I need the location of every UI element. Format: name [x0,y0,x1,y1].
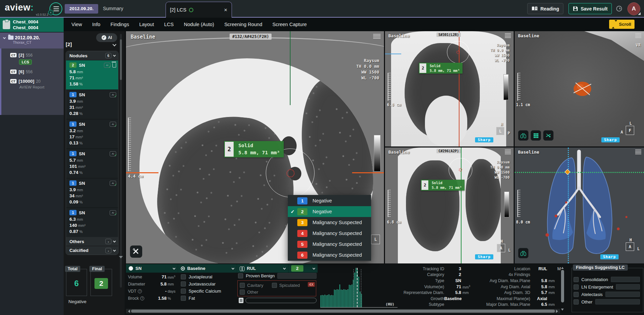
tab-lcs-active[interactable]: [2] LCS ✕ [166,2,232,18]
dropdown-item-4[interactable]: 4Malignancy Suspected [288,228,371,239]
scroll-button[interactable]: Scroll [609,20,635,29]
nodule-card-1[interactable]: 2SNAI✓5.8mm71mm³1.58% [66,60,118,90]
nodule-card-4[interactable]: 1SNAI✓5.7mm101mm³0.74% [66,149,118,178]
dropdown-item-1[interactable]: 1Negative [288,195,371,206]
nodule-card-2[interactable]: 1SNAI✓3.9mm31mm³0.28% [66,90,118,119]
scroll-right-arrow-icon[interactable] [556,310,560,313]
consolidation-checkbox[interactable] [574,277,579,282]
histogram-bar [339,284,340,307]
clip-plane-button[interactable] [543,130,554,141]
viewer-menu-icon[interactable] [505,33,511,38]
juxtavascular-checkbox[interactable] [181,281,186,287]
viewer-menu-icon[interactable] [373,34,381,39]
worklist-icon[interactable]: ‹ [49,2,62,15]
category-dropdown-trigger[interactable]: 2 [288,264,318,273]
nodule-diameter: 5.8mm [69,69,116,75]
viewer-menu-icon[interactable] [635,150,641,154]
menu-item-screen-capture[interactable]: Screen Capture [272,22,307,27]
nodule-card-5[interactable]: 1SNAI✓3.9mm34mm³0.09% [66,178,118,208]
save-icon [573,6,578,11]
location-dropdown[interactable]: RUL [237,264,288,273]
nodule-annotation[interactable]: 2 Solid5.8 mm, 71 mm³ [421,180,465,191]
tab-study-date[interactable]: 2012.09.20. [65,4,98,14]
viewer-vr[interactable]: Baseline VR 1.1 cm L F A Sharp [515,31,644,146]
nodule-card-6[interactable]: 1SNAI✓6.3mm140mm³0.87% [66,208,118,237]
timepoint-dropdown[interactable]: Baseline [178,264,237,273]
ai-toggle-button[interactable]: ✓ AI [96,33,117,42]
viewer-menu-icon[interactable] [505,150,511,154]
menu-item-nodule-auto[interactable]: Nodule (Auto) [184,22,214,27]
series-item-6[interactable]: CT[6]556 [10,69,64,74]
menu-item-view[interactable]: View [71,22,82,27]
fat-checkbox[interactable] [181,296,186,301]
dropdown-item-3[interactable]: 3Malignancy Suspected [288,217,371,228]
section-others[interactable]: Others - [66,237,118,246]
menu-item-info[interactable]: Info [92,22,100,27]
consolidation-input[interactable] [611,277,640,282]
lungs-view-button[interactable] [518,130,529,141]
nodule-annotation[interactable]: 2 Solid5.8 mm, 71 mm³ [419,63,463,74]
patient-header[interactable]: Chest_0004Chest_0004 [0,18,64,32]
cavitary-checkbox[interactable] [240,283,245,288]
menu-item-findings[interactable]: Findings [110,22,129,27]
sharp-badge[interactable]: Sharp [475,137,493,142]
menu-item-screening-round[interactable]: Screening Round [224,22,262,27]
dropdown-item-5[interactable]: 5Malignancy Suspected [288,239,371,250]
proven-benign-checkbox[interactable] [238,273,243,278]
type-dropdown[interactable]: SN [126,264,178,273]
spiculated-checkbox[interactable] [272,283,277,288]
dropdown-item-6[interactable]: 6Malignancy Suspected [288,250,371,260]
nodule-annotation[interactable]: 2 Solid5.8 mm, 71 mm³ [224,141,284,157]
menu-item-layout[interactable]: Layout [139,22,154,27]
study-row[interactable]: 2012.09.20. Thorax_CT [0,33,64,48]
other-checkbox[interactable] [574,299,579,304]
atelectasis-checkbox[interactable] [574,292,579,297]
tracking-scrollbar[interactable] [560,265,565,313]
grayscale-bar[interactable] [374,135,381,172]
juxtapleural-checkbox[interactable] [181,274,186,279]
horizontal-scrollbar[interactable] [126,309,560,313]
dropdown-item-2[interactable]: ✓2Negative [288,206,371,217]
series-selector[interactable]: [2] [66,41,119,47]
viewer-coronal[interactable]: Baseline C#296(A2P) RaysumTH 0.0 mmWW 15… [385,147,514,263]
ln-enlargement-checkbox[interactable] [574,284,579,290]
series-item-2[interactable]: CT[2]556LCS [10,53,64,65]
sharp-badge[interactable]: Sharp [600,254,619,259]
grayscale-bar[interactable] [504,192,509,217]
tab-close-icon[interactable]: ✕ [224,7,228,13]
series-item-10000[interactable]: CT[10000]20AVIEW Report [10,79,64,89]
viewer-menu-icon[interactable] [635,33,641,38]
nodule-card-3[interactable]: 1SNAI✓3.2mm17mm³0.13% [66,119,118,149]
sharp-badge[interactable]: Sharp [601,137,620,142]
save-result-button[interactable]: Save Result [568,3,612,14]
scrollbar-thumb[interactable] [131,310,555,313]
tab-summary[interactable]: Summary [103,6,123,11]
reading-button[interactable]: Reading [527,3,563,14]
scroll-down-arrow-icon[interactable] [119,256,123,260]
grayscale-bar[interactable] [503,74,509,100]
section-nodules[interactable]: Nodules 6 [66,51,118,60]
help-icon[interactable]: ? [138,289,142,293]
history-clock-icon[interactable] [616,6,622,12]
menu-item-lcs[interactable]: LCS [164,22,174,27]
nodule-list-scrollbar[interactable] [120,34,122,288]
ln-enlargement-input[interactable] [616,284,640,290]
tools-button[interactable] [130,245,142,258]
other-input[interactable] [595,299,640,304]
proven-benign-input[interactable] [277,273,317,279]
avatar[interactable]: A [627,2,640,15]
viewer-3d[interactable]: Baseline 8.0 cm H A L Sharp [515,147,644,263]
nodule-volume: 101mm³ [69,163,116,170]
comment-input[interactable] [245,298,317,303]
grid-view-button[interactable] [531,130,541,141]
help-icon[interactable]: ? [140,296,144,300]
lungs-view-button[interactable] [518,248,529,258]
delete-icon[interactable] [112,63,116,67]
atelectasis-input[interactable] [605,292,640,297]
sharp-badge[interactable]: Sharp [475,254,493,259]
section-calcified[interactable]: Calcified - [66,246,118,255]
other-checkbox[interactable] [240,290,245,295]
scroll-left-arrow-icon[interactable] [126,310,130,313]
viewer-sagittal[interactable]: Baseline S#301(L2R) RaysumTH 0.0 mmWW 15… [385,31,514,146]
specific-calcium-checkbox[interactable] [181,289,186,294]
